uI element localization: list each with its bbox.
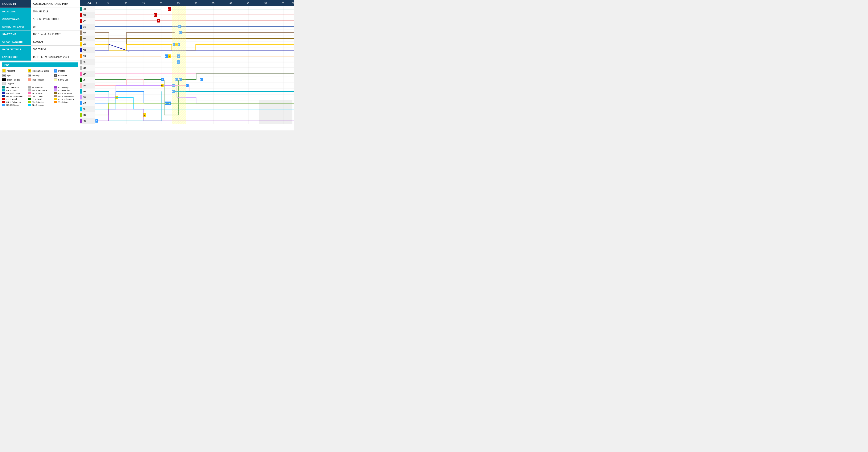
svg-rect-69 — [80, 112, 95, 118]
svg-rect-93 — [80, 72, 82, 76]
race-date-label: RACE DATE: — [0, 8, 31, 15]
svg-text:P: P — [186, 85, 187, 87]
redflag-icon — [28, 79, 31, 81]
svg-text:1: 1 — [96, 2, 97, 4]
svg-text:Grid: Grid — [88, 2, 92, 4]
num-laps-row: NUMBER OF LAPS: 58 — [0, 23, 80, 30]
driver-ls-label: LS: L Stroll — [32, 98, 41, 100]
svg-rect-1 — [80, 0, 294, 6]
driver-vb: VB: V Bottas — [2, 89, 26, 92]
driver-kr: KR: K Raikkonen — [2, 101, 26, 103]
driver-ss-color — [28, 101, 31, 103]
race-date-row: RACE DATE: 25 MAR 2018 — [0, 8, 80, 16]
driver-sp-color — [28, 92, 31, 94]
driver-cs: CS: C Sainz — [54, 101, 78, 103]
svg-rect-101 — [80, 95, 82, 99]
svg-rect-68 — [80, 106, 95, 112]
driver-eo: EO: E Ocon — [28, 95, 52, 97]
chart-container: Grid 1 5 10 15 20 25 30 35 40 45 50 55 5… — [80, 0, 294, 130]
driver-pg-label: PG: P Gasly — [58, 86, 68, 89]
round-label: ROUND 01 — [0, 0, 31, 7]
driver-kr-color — [2, 101, 5, 103]
driver-cs-color — [54, 101, 57, 103]
driver-sv-color — [2, 98, 5, 100]
driver-bh-color — [54, 89, 57, 91]
accident-icon: ★ — [2, 69, 6, 72]
svg-text:FA: FA — [83, 61, 86, 63]
svg-text:10: 10 — [125, 2, 127, 4]
safetycar-icon — [54, 79, 57, 81]
driver-nh: NH: N Hulkenberg — [54, 98, 78, 100]
safetycar-label: Safety Car — [58, 79, 68, 81]
key-mechanical: M Mechanical failure — [28, 69, 52, 73]
svg-rect-59 — [80, 53, 95, 59]
svg-text:45: 45 — [247, 2, 250, 4]
race-distance-row: RACE DISTANCE: 307.574KM — [0, 46, 80, 53]
svg-rect-75 — [80, 19, 82, 23]
pitstop-label: Pit stop — [58, 70, 65, 72]
svg-text:40: 40 — [229, 2, 232, 4]
driver-eo-color — [28, 95, 31, 97]
svg-text:25: 25 — [177, 2, 180, 4]
round-row: ROUND 01 AUSTRALIAN GRAND PRIX — [0, 0, 80, 8]
svg-rect-64 — [80, 83, 95, 89]
driver-fa: FA: F Alonso — [28, 86, 52, 89]
key-grid: ★ Accident M Mechanical failure P Pit st… — [2, 69, 78, 85]
svg-rect-99 — [80, 89, 82, 94]
driver-fa-color — [28, 86, 31, 89]
svg-text:SP: SP — [83, 72, 86, 75]
svg-rect-71 — [80, 7, 82, 11]
svg-rect-61 — [80, 65, 95, 71]
driver-sp-label: SP: S Perez — [32, 92, 43, 94]
svg-text:M: M — [161, 85, 163, 87]
svg-text:P: P — [162, 79, 163, 81]
driver-bh: BH: B Hartley — [54, 89, 78, 92]
svg-text:RG: RG — [83, 37, 86, 40]
svg-rect-91 — [80, 66, 82, 70]
driver-dr-color — [2, 92, 5, 94]
svg-rect-54 — [80, 24, 95, 30]
driver-km-color — [54, 95, 57, 97]
svg-text:⊙: ⊙ — [128, 50, 130, 53]
svg-rect-107 — [80, 113, 82, 117]
circuit-length-label: CIRCUIT LENGTH: — [0, 38, 31, 46]
svg-text:P: P — [200, 79, 202, 81]
svg-text:KR: KR — [83, 14, 86, 16]
driver-me-label: ME: M Ericsson — [6, 104, 20, 106]
key-pitstop: P Pit stop — [54, 69, 78, 73]
svg-rect-56 — [80, 35, 95, 41]
key-excluded: E Excluded — [54, 73, 78, 78]
key-lapped: Lapped — [2, 82, 26, 85]
svg-rect-52 — [80, 12, 95, 18]
excluded-icon: E — [54, 74, 57, 77]
driver-mv: MV: M Verstappen — [2, 95, 26, 97]
driver-nh-label: NH: N Hulkenberg — [58, 98, 74, 100]
driver-grid: LH: L Hamilton FA: F Alonso PG: P Gasly … — [2, 86, 78, 107]
driver-eo-label: EO: E Ocon — [32, 95, 42, 97]
svg-rect-55 — [80, 30, 95, 35]
driver-ls-color — [28, 98, 31, 100]
svg-text:P: P — [165, 55, 166, 57]
race-distance-label: RACE DISTANCE: — [0, 46, 31, 53]
svg-text:58: 58 — [292, 2, 294, 4]
driver-cl: CL: C Leclerc — [28, 103, 52, 107]
svg-rect-53 — [80, 18, 95, 24]
svg-text:MV: MV — [83, 25, 86, 28]
driver-lh-label: LH: L Hamilton — [6, 86, 19, 89]
svg-text:ME: ME — [83, 102, 86, 104]
penalty-label: Penalty — [32, 74, 39, 77]
key-header: KEY — [2, 62, 78, 67]
driver-lh-color — [2, 86, 5, 89]
driver-dr: DR: D Ricciardo — [2, 92, 26, 95]
svg-text:CL: CL — [83, 108, 86, 110]
svg-rect-95 — [80, 78, 82, 82]
driver-pg-color — [54, 86, 57, 89]
driver-vb-label: VB: V Bottas — [6, 89, 18, 91]
num-laps-value: 58 — [31, 23, 38, 30]
key-spin: ⊙ Spin — [2, 73, 26, 78]
round-value: AUSTRALIAN GRAND PRIX — [31, 0, 71, 7]
driver-ss: SS: S Sirotkin — [28, 101, 52, 103]
svg-text:20: 20 — [160, 2, 162, 4]
svg-rect-73 — [80, 13, 82, 17]
svg-text:5: 5 — [107, 2, 109, 4]
